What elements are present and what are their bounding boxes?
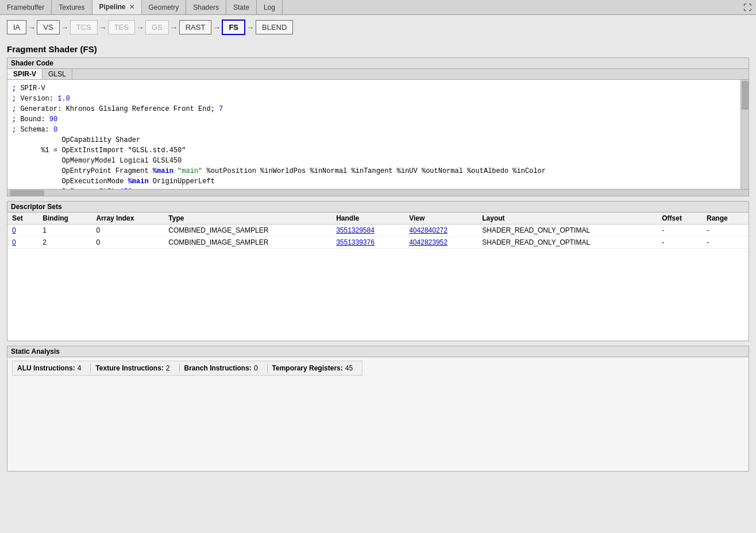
stage-tcs-box[interactable]: TCS bbox=[70, 20, 98, 34]
static-stats-row: ALU Instructions: 4 Texture Instructions… bbox=[12, 361, 362, 376]
tab-pipeline[interactable]: Pipeline ✕ bbox=[92, 0, 142, 14]
cell-handle-0: 3551329584 bbox=[331, 225, 404, 237]
shader-code-area[interactable]: ; SPIR-V ; Version: 1.0 ; Generator: Khr… bbox=[7, 80, 740, 189]
texture-label: Texture Instructions: bbox=[95, 364, 163, 372]
stage-vs[interactable]: VS bbox=[37, 20, 59, 34]
pipeline-bar: IA → VS → TCS → TES → GS → RAST → FS → B… bbox=[0, 15, 756, 40]
tab-bar: Framebuffer Textures Pipeline ✕ Geometry… bbox=[0, 0, 756, 15]
descriptor-sets-header: Descriptor Sets bbox=[7, 202, 749, 213]
tab-geometry[interactable]: Geometry bbox=[142, 0, 187, 14]
stage-tes-box[interactable]: TES bbox=[108, 20, 135, 34]
code-hscroll-thumb[interactable] bbox=[10, 190, 44, 196]
stage-ia[interactable]: IA bbox=[7, 20, 26, 34]
descriptor-sets-section: Descriptor Sets Set Binding Array Index … bbox=[7, 201, 749, 341]
tab-spirv[interactable]: SPIR-V bbox=[7, 69, 43, 79]
col-set: Set bbox=[7, 213, 38, 225]
stage-rast[interactable]: RAST bbox=[179, 20, 212, 34]
set-link-1[interactable]: 0 bbox=[12, 238, 16, 246]
cell-layout-0: SHADER_READ_ONLY_OPTIMAL bbox=[477, 225, 657, 237]
view-link-0[interactable]: 4042840272 bbox=[409, 226, 448, 234]
handle-link-0[interactable]: 3551329584 bbox=[336, 226, 375, 234]
static-empty-space bbox=[7, 379, 749, 471]
code-scroll-thumb[interactable] bbox=[742, 81, 749, 110]
cell-offset-0: - bbox=[657, 225, 702, 237]
cell-binding-0: 1 bbox=[38, 225, 91, 237]
descriptor-table-container[interactable]: Set Binding Array Index Type Handle View… bbox=[7, 213, 749, 249]
page-title: Fragment Shader (FS) bbox=[7, 44, 749, 54]
cell-type-0: COMBINED_IMAGE_SAMPLER bbox=[164, 225, 331, 237]
arrow-7: → bbox=[245, 23, 256, 32]
stage-gs-box[interactable]: GS bbox=[145, 20, 169, 34]
col-offset: Offset bbox=[657, 213, 702, 225]
set-link-0[interactable]: 0 bbox=[12, 226, 16, 234]
arrow-2: → bbox=[60, 23, 70, 32]
stage-blend[interactable]: BLEND bbox=[256, 20, 293, 34]
table-row: 0 1 0 COMBINED_IMAGE_SAMPLER 3551329584 … bbox=[7, 225, 749, 237]
cell-range-1: - bbox=[702, 237, 749, 249]
table-header-row: Set Binding Array Index Type Handle View… bbox=[7, 213, 749, 225]
tab-shaders[interactable]: Shaders bbox=[186, 0, 226, 14]
sep1 bbox=[90, 364, 91, 373]
stage-fs[interactable]: FS bbox=[222, 20, 245, 35]
col-layout: Layout bbox=[477, 213, 657, 225]
cell-handle-1: 3551339376 bbox=[331, 237, 404, 249]
maximize-button[interactable]: ⛶ bbox=[739, 0, 756, 14]
cell-binding-1: 2 bbox=[38, 237, 91, 249]
sep2 bbox=[179, 364, 180, 373]
tab-log[interactable]: Log bbox=[257, 0, 283, 14]
main-content: Fragment Shader (FS) Shader Code SPIR-V … bbox=[0, 40, 756, 481]
col-view: View bbox=[404, 213, 477, 225]
branch-label: Branch Instructions: bbox=[184, 364, 252, 372]
alu-label: ALU Instructions: bbox=[17, 364, 75, 372]
stage-vs-box[interactable]: VS bbox=[37, 20, 59, 34]
arrow-5: → bbox=[169, 23, 179, 32]
stage-blend-box[interactable]: BLEND bbox=[256, 20, 293, 34]
cell-set-0: 0 bbox=[7, 225, 38, 237]
cell-array-index-0: 0 bbox=[91, 225, 164, 237]
stage-tcs[interactable]: TCS bbox=[70, 20, 98, 34]
branch-value: 0 bbox=[254, 364, 258, 372]
static-analysis-section: Static Analysis ALU Instructions: 4 Text… bbox=[7, 346, 749, 472]
cell-view-0: 4042840272 bbox=[404, 225, 477, 237]
stage-rast-box[interactable]: RAST bbox=[179, 20, 212, 34]
cell-set-1: 0 bbox=[7, 237, 38, 249]
shader-code-section: Shader Code SPIR-V GLSL ; SPIR-V ; Versi… bbox=[7, 57, 749, 196]
stage-fs-box[interactable]: FS bbox=[222, 20, 245, 35]
stage-tes[interactable]: TES bbox=[108, 20, 135, 34]
arrow-4: → bbox=[135, 23, 145, 32]
alu-value: 4 bbox=[78, 364, 82, 372]
tab-textures[interactable]: Textures bbox=[52, 0, 92, 14]
texture-value: 2 bbox=[166, 364, 170, 372]
table-row: 0 2 0 COMBINED_IMAGE_SAMPLER 3551339376 … bbox=[7, 237, 749, 249]
col-range: Range bbox=[702, 213, 749, 225]
col-binding: Binding bbox=[38, 213, 91, 225]
arrow-1: → bbox=[26, 23, 37, 32]
view-link-1[interactable]: 4042823952 bbox=[409, 238, 448, 246]
cell-type-1: COMBINED_IMAGE_SAMPLER bbox=[164, 237, 331, 249]
code-scrollbar[interactable] bbox=[740, 80, 749, 189]
stage-ia-box[interactable]: IA bbox=[7, 20, 26, 34]
shader-code-header: Shader Code bbox=[7, 58, 749, 69]
descriptor-empty-space bbox=[7, 249, 749, 341]
arrow-3: → bbox=[98, 23, 108, 32]
handle-link-1[interactable]: 3551339376 bbox=[336, 238, 375, 246]
cell-range-0: - bbox=[702, 225, 749, 237]
descriptor-table: Set Binding Array Index Type Handle View… bbox=[7, 213, 749, 249]
stage-gs[interactable]: GS bbox=[145, 20, 169, 34]
col-type: Type bbox=[164, 213, 331, 225]
tab-glsl[interactable]: GLSL bbox=[43, 69, 72, 79]
tempreg-value: 45 bbox=[345, 364, 353, 372]
shader-code-tabs: SPIR-V GLSL bbox=[7, 69, 749, 80]
static-analysis-header: Static Analysis bbox=[7, 346, 749, 357]
arrow-6: → bbox=[211, 23, 222, 32]
tab-framebuffer[interactable]: Framebuffer bbox=[0, 0, 52, 14]
tempreg-label: Temporary Registers: bbox=[272, 364, 343, 372]
static-analysis-content: ALU Instructions: 4 Texture Instructions… bbox=[7, 357, 749, 379]
cell-view-1: 4042823952 bbox=[404, 237, 477, 249]
tab-state[interactable]: State bbox=[226, 0, 257, 14]
col-array-index: Array Index bbox=[91, 213, 164, 225]
sep3 bbox=[267, 364, 268, 373]
close-pipeline-tab-icon[interactable]: ✕ bbox=[129, 3, 134, 11]
col-handle: Handle bbox=[331, 213, 404, 225]
code-hscrollbar[interactable] bbox=[7, 189, 749, 196]
